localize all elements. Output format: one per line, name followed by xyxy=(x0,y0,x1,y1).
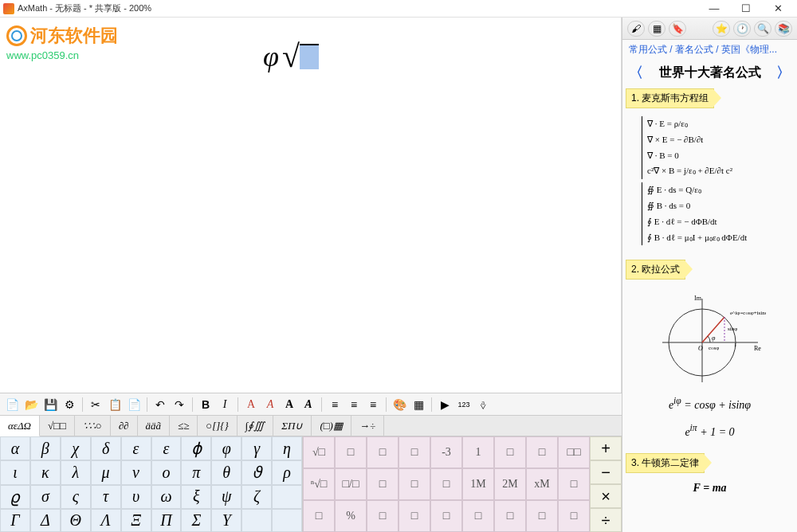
breadcrumb[interactable]: 常用公式 / 著名公式 / 英国《物理... xyxy=(622,40,797,60)
greek-φ[interactable]: φ xyxy=(211,436,241,460)
template-cell[interactable]: □ xyxy=(494,436,526,468)
template-cell[interactable]: ⁿ√□ xyxy=(303,468,335,500)
template-cell[interactable]: □ xyxy=(367,500,398,532)
font-style-2[interactable]: A xyxy=(261,396,279,413)
greek-Π[interactable]: Π xyxy=(151,509,182,532)
greek-ϱ[interactable]: ϱ xyxy=(0,485,30,509)
number-button[interactable]: 123 xyxy=(455,396,473,413)
next-button[interactable]: 〉 xyxy=(776,63,791,82)
op-+[interactable]: + xyxy=(590,436,622,460)
paste-button[interactable]: 📄 xyxy=(125,396,143,413)
template-cell[interactable]: □ xyxy=(462,500,494,532)
template-cell[interactable]: □ xyxy=(367,436,398,468)
greek-empty[interactable] xyxy=(272,509,302,532)
font-style-1[interactable]: A xyxy=(242,396,260,413)
greek-τ[interactable]: τ xyxy=(91,485,121,509)
template-cell[interactable]: □ xyxy=(494,500,526,532)
greek-η[interactable]: η xyxy=(272,436,302,460)
maxwell-equations[interactable]: ∇ · E = ρ/ε₀ ∇ × E = − ∂B/∂t ∇ · B = 0 c… xyxy=(626,108,794,253)
greek-ζ[interactable]: ζ xyxy=(241,485,272,509)
euler-formula[interactable]: φ Re Im O 1 sinφ cosφ e^iφ=cosφ+isinφ ei… xyxy=(626,280,794,447)
tab-accents[interactable]: ääã xyxy=(138,416,171,436)
align-right-button[interactable]: ≡ xyxy=(364,396,382,413)
template-cell[interactable]: □ xyxy=(558,500,590,532)
italic-button[interactable]: I xyxy=(216,396,234,413)
greek-μ[interactable]: μ xyxy=(91,460,121,484)
greek-χ[interactable]: χ xyxy=(61,436,91,460)
template-cell[interactable]: □ xyxy=(398,436,430,468)
template-cell[interactable]: □ xyxy=(303,500,335,532)
stack-icon[interactable]: 📚 xyxy=(775,21,792,37)
template-cell[interactable]: □ xyxy=(430,468,462,500)
template-cell[interactable]: 2M xyxy=(494,468,526,500)
greek-ι[interactable]: ι xyxy=(0,460,30,484)
template-cell[interactable]: □ xyxy=(335,436,367,468)
greek-λ[interactable]: λ xyxy=(61,460,91,484)
radicand-placeholder[interactable] xyxy=(300,44,319,69)
greek-Σ[interactable]: Σ xyxy=(181,509,211,532)
template-cell[interactable]: 1M xyxy=(462,468,494,500)
equation-editor[interactable]: 河东软件园 www.pc0359.cn φ √ xyxy=(0,18,622,393)
greek-ω[interactable]: ω xyxy=(151,485,182,509)
greek-δ[interactable]: δ xyxy=(91,436,121,460)
template-cell[interactable]: □□ xyxy=(558,436,590,468)
font-style-3[interactable]: A xyxy=(281,396,298,413)
greek-ε[interactable]: ε xyxy=(121,436,151,460)
play-button[interactable]: ▶ xyxy=(436,396,453,413)
template-cell[interactable]: □/□ xyxy=(335,468,367,500)
tab-brackets[interactable]: ○[]{} xyxy=(198,416,237,436)
greek-ϕ[interactable]: ϕ xyxy=(181,436,211,460)
template-cell[interactable]: □ xyxy=(430,500,462,532)
section-header-3[interactable]: 3. 牛顿第二定律 xyxy=(626,453,705,473)
tab-integrals[interactable]: ∫∮∭ xyxy=(238,416,274,436)
template-cell[interactable]: □ xyxy=(398,468,430,500)
tab-sums[interactable]: ΣΠ∪ xyxy=(273,416,312,436)
open-button[interactable]: 📂 xyxy=(22,396,40,413)
settings-button[interactable]: ⚙ xyxy=(61,396,78,413)
greek-Λ[interactable]: Λ xyxy=(91,509,121,532)
greek-κ[interactable]: κ xyxy=(30,460,61,484)
greek-Γ[interactable]: Γ xyxy=(0,509,30,532)
color-button[interactable]: 🎨 xyxy=(391,396,408,413)
greek-empty[interactable] xyxy=(272,485,302,509)
save-button[interactable]: 💾 xyxy=(41,396,59,413)
greek-Θ[interactable]: Θ xyxy=(61,509,91,532)
greek-σ[interactable]: σ xyxy=(30,485,61,509)
star-icon[interactable]: ⭐ xyxy=(713,21,730,37)
greek-υ[interactable]: υ xyxy=(121,485,151,509)
insert-button[interactable]: ⎀ xyxy=(474,396,492,413)
palette-button[interactable]: ▦ xyxy=(410,396,427,413)
tab-relations[interactable]: ≤≥ xyxy=(170,416,198,436)
tab-calculus[interactable]: ∂∂ xyxy=(111,416,138,436)
op-×[interactable]: × xyxy=(590,484,622,508)
clock-icon[interactable]: 🕐 xyxy=(733,21,751,37)
cut-button[interactable]: ✂ xyxy=(87,396,104,413)
greek-ϑ[interactable]: ϑ xyxy=(241,460,272,484)
search-icon[interactable]: 🔍 xyxy=(754,21,771,37)
greek-empty[interactable] xyxy=(241,509,272,532)
redo-button[interactable]: ↷ xyxy=(171,396,188,413)
font-style-4[interactable]: A xyxy=(300,396,317,413)
tab-greek[interactable]: αεΔΩ xyxy=(0,416,40,436)
grid-icon[interactable]: ▦ xyxy=(648,21,665,37)
op-−[interactable]: − xyxy=(590,460,622,484)
section-header-1[interactable]: 1. 麦克斯韦方程组 xyxy=(626,88,714,108)
greek-Ξ[interactable]: Ξ xyxy=(121,509,151,532)
greek-γ[interactable]: γ xyxy=(241,436,272,460)
newton-formula[interactable]: F = ma xyxy=(626,473,794,503)
greek-α[interactable]: α xyxy=(0,436,30,460)
template-cell[interactable]: 1 xyxy=(462,436,494,468)
greek-ε[interactable]: ε xyxy=(151,436,182,460)
template-cell[interactable]: -3 xyxy=(430,436,462,468)
greek-Δ[interactable]: Δ xyxy=(30,509,61,532)
template-cell[interactable]: □ xyxy=(367,468,398,500)
template-cell[interactable]: □ xyxy=(526,436,558,468)
template-cell[interactable]: □ xyxy=(558,468,590,500)
greek-ν[interactable]: ν xyxy=(121,460,151,484)
tab-matrices[interactable]: (□)▦ xyxy=(312,416,351,436)
align-left-button[interactable]: ≡ xyxy=(326,396,344,413)
greek-ρ[interactable]: ρ xyxy=(272,460,302,484)
bookmark-icon[interactable]: 🔖 xyxy=(669,21,686,37)
brush-icon[interactable]: 🖌 xyxy=(627,21,645,37)
maximize-button[interactable]: ☐ xyxy=(730,1,762,17)
